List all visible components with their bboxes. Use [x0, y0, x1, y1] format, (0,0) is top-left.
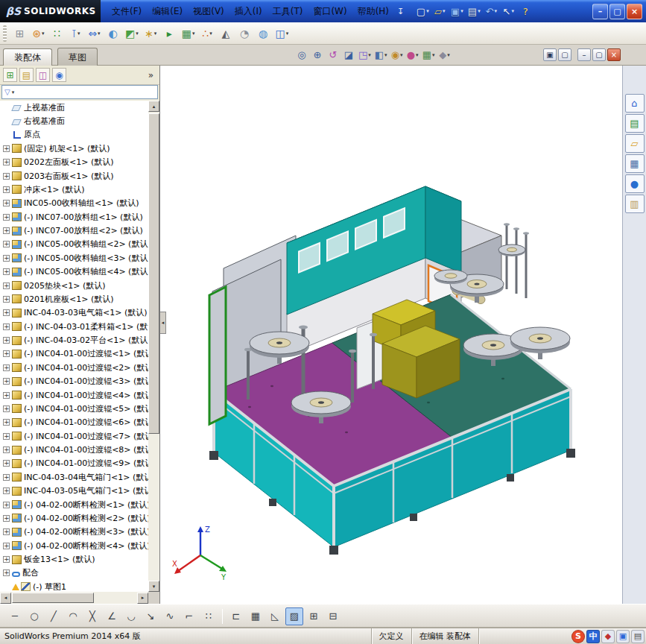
- sketch-line-button[interactable]: ╱: [45, 607, 63, 625]
- tree-item[interactable]: +(-) INC04-01-00过渡辊<7> (默认): [0, 429, 148, 443]
- minimize-button[interactable]: –: [592, 4, 608, 19]
- expander-icon[interactable]: +: [3, 309, 10, 316]
- open-document-button[interactable]: ▱▾: [431, 3, 448, 19]
- shaded-sketch-contours-button[interactable]: ▨: [285, 607, 303, 625]
- tree-item[interactable]: +(固定) 机架<1> (默认): [0, 142, 148, 155]
- tree-vertical-scrollbar[interactable]: ▴ ▾: [148, 101, 159, 592]
- tree-item[interactable]: +0203右面板<1> (默认): [0, 169, 148, 183]
- tree-item[interactable]: +配合: [0, 566, 148, 580]
- expander-icon[interactable]: +: [3, 515, 10, 522]
- tree-item[interactable]: +(-) INC05-00收料轴组<4> (默认): [0, 265, 148, 279]
- previous-view-button[interactable]: ↺: [326, 47, 341, 63]
- expander-icon[interactable]: +: [3, 186, 10, 193]
- undo-button[interactable]: ↶▾: [483, 3, 499, 19]
- expander-icon[interactable]: +: [3, 556, 10, 563]
- sketch-tangent-arc-button[interactable]: ◡: [122, 607, 140, 625]
- doc-tile-button[interactable]: ▢: [558, 48, 571, 61]
- tree-item[interactable]: +(-) INC04-01-00过渡辊<9> (默认): [0, 457, 148, 470]
- tree-item[interactable]: +(-) INC04-01-00过渡辊<8> (默认): [0, 443, 148, 456]
- toolbar-grip[interactable]: [3, 25, 7, 42]
- instant3d-button[interactable]: ◭: [218, 25, 235, 42]
- tree-filter-input[interactable]: ▽ ▾: [1, 85, 158, 99]
- tree-item[interactable]: +(-) INC04-01-00过渡辊<4> (默认): [0, 388, 148, 402]
- tree-item[interactable]: +(-) 04-02-00断料检测<3> (默认): [0, 525, 148, 539]
- tree-item[interactable]: +(-) INC04-01-00过渡辊<3> (默认): [0, 375, 148, 388]
- bill-of-materials-button[interactable]: ▦▾: [180, 25, 197, 42]
- expander-icon[interactable]: +: [3, 528, 10, 535]
- insert-components-button[interactable]: ⊞: [11, 25, 28, 42]
- view-orientation-button[interactable]: ◳▾: [357, 47, 373, 63]
- expander-icon[interactable]: +: [3, 392, 10, 399]
- design-library-button[interactable]: ▤: [625, 114, 645, 133]
- featuremanager-tree-tab-button[interactable]: ⊞: [3, 68, 17, 82]
- tab-sketch[interactable]: 草图: [57, 48, 98, 67]
- expander-icon[interactable]: +: [3, 405, 10, 412]
- tree-item[interactable]: +(-) INC07-00放料组<2> (默认): [0, 224, 148, 237]
- sketch-pattern-button[interactable]: ∷: [200, 607, 218, 625]
- appearances-scenes-button[interactable]: ●: [625, 174, 645, 193]
- view-settings-button[interactable]: ◆▾: [437, 47, 452, 63]
- print-document-button[interactable]: ▤▾: [466, 3, 482, 19]
- tree-item[interactable]: +(-) 04-02-00断料检测<2> (默认): [0, 511, 148, 525]
- file-explorer-button[interactable]: ▱: [625, 134, 645, 153]
- new-motion-study-button[interactable]: ▸: [161, 25, 178, 42]
- expander-icon[interactable]: +: [3, 378, 10, 385]
- doc-minimize-button[interactable]: –: [577, 48, 591, 61]
- hide-show-items-button[interactable]: ◉▾: [390, 47, 405, 63]
- tree-item[interactable]: +(-) 04-02-00断料检测<4> (默认): [0, 539, 148, 552]
- doc-restore-button[interactable]: ▢: [592, 48, 606, 61]
- close-button[interactable]: ×: [627, 4, 642, 19]
- ime-logo-icon[interactable]: S: [571, 630, 585, 643]
- menu-insert[interactable]: 插入(I): [229, 2, 267, 21]
- tree-item[interactable]: +0202左面板<1> (默认): [0, 156, 148, 169]
- isolate-button[interactable]: ◍: [255, 25, 272, 42]
- tree-item[interactable]: +INC-04-03-04电气箱门<1> (默认): [0, 470, 148, 484]
- ime-shield-icon[interactable]: ▣: [616, 630, 630, 643]
- exploded-view-button[interactable]: ∴▾: [199, 25, 216, 42]
- expander-icon[interactable]: +: [3, 337, 10, 344]
- expander-icon[interactable]: +: [3, 460, 10, 467]
- section-view-button[interactable]: ◪: [341, 47, 356, 63]
- save-document-button[interactable]: ▣▾: [449, 3, 465, 19]
- expander-icon[interactable]: +: [3, 200, 10, 206]
- scroll-thumb-horizontal[interactable]: [12, 593, 94, 603]
- sketch-relations-button[interactable]: ⊏: [227, 607, 245, 625]
- propertymanager-tab-button[interactable]: ▤: [19, 68, 34, 82]
- move-component-button[interactable]: ⇔▾: [86, 25, 103, 42]
- doc-cascade-button[interactable]: ▣: [543, 48, 557, 61]
- expander-icon[interactable]: +: [3, 214, 10, 221]
- tree-item[interactable]: +0201机座板<1> (默认): [0, 292, 148, 306]
- tree-item[interactable]: +0205垫块<1> (默认): [0, 279, 148, 292]
- show-hidden-components-button[interactable]: ◐: [104, 25, 121, 42]
- custom-properties-button[interactable]: ▥: [625, 195, 645, 213]
- tab-assembly[interactable]: 装配体: [3, 48, 52, 67]
- tree-item[interactable]: +钣金13<1> (默认): [0, 552, 148, 566]
- sketch-snap-button[interactable]: ◺: [266, 607, 284, 625]
- large-design-review-button[interactable]: ◫▾: [273, 25, 291, 42]
- tree-item[interactable]: +INC-04-03-03电气箱<1> (默认): [0, 306, 148, 320]
- expander-icon[interactable]: +: [3, 323, 10, 330]
- expander-icon[interactable]: +: [3, 350, 10, 357]
- expander-icon[interactable]: +: [3, 282, 10, 289]
- expander-icon[interactable]: +: [3, 255, 10, 262]
- update-speedpak-button[interactable]: ◔: [236, 25, 253, 42]
- tree-item[interactable]: +(-) INC05-00收料轴组<3> (默认): [0, 251, 148, 265]
- edit-appearance-button[interactable]: ●▾: [405, 47, 420, 63]
- tree-item[interactable]: 原点: [0, 128, 148, 142]
- sketch-angle-button[interactable]: ∠: [103, 607, 121, 625]
- sketch-table-minus-button[interactable]: ⊟: [324, 607, 342, 625]
- tree-item[interactable]: +(-) INC04-01-00过渡辊<1> (默认): [0, 347, 148, 361]
- panel-collapse-button[interactable]: ◂: [160, 312, 166, 334]
- spool-small[interactable]: [498, 244, 525, 256]
- displaymanager-tab-button[interactable]: ◉: [52, 68, 66, 82]
- sketch-point-button[interactable]: ╳: [83, 607, 101, 625]
- linear-component-pattern-button[interactable]: ∷: [48, 25, 66, 42]
- pane-expand-button[interactable]: »: [145, 70, 156, 80]
- sketch-select-button[interactable]: ─: [6, 607, 24, 625]
- spool-small[interactable]: [434, 270, 467, 284]
- tree-horizontal-scrollbar[interactable]: ◂ ▸: [0, 592, 148, 604]
- menu-view[interactable]: 视图(V): [188, 2, 229, 21]
- help-button[interactable]: ?: [517, 3, 533, 19]
- expander-icon[interactable]: +: [3, 227, 10, 234]
- sketch-spline-button[interactable]: ∿: [161, 607, 179, 625]
